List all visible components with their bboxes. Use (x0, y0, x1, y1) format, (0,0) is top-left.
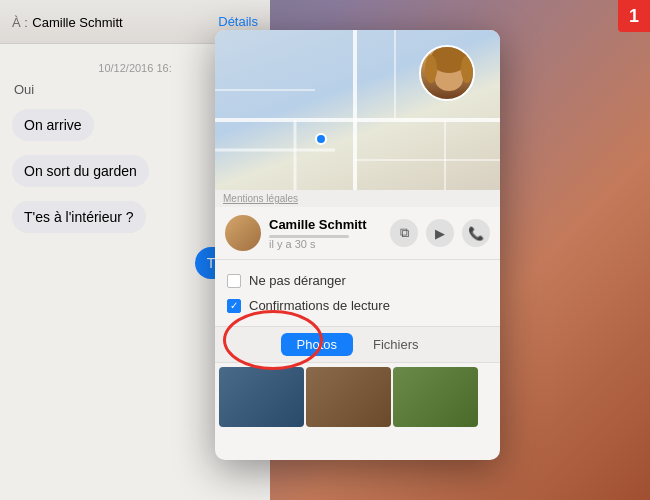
phone-btn[interactable]: 📞 (462, 219, 490, 247)
location-dot (315, 133, 327, 145)
details-link[interactable]: Détails (218, 14, 258, 29)
no-disturb-row: Ne pas déranger (227, 268, 488, 293)
tab-photos[interactable]: Photos (281, 333, 353, 356)
photo-thumb-3[interactable] (393, 367, 478, 427)
details-panel: Mentions légales Camille Schmitt il y a … (215, 30, 500, 460)
bubble-question: T'es à l'intérieur ? (12, 201, 146, 233)
map-area (215, 30, 500, 190)
contact-info: Camille Schmitt il y a 30 s (269, 217, 390, 250)
tab-fichiers[interactable]: Fichiers (357, 333, 435, 356)
contact-time: il y a 30 s (269, 238, 390, 250)
video-icon: ▶ (435, 226, 445, 241)
photo-thumb-1[interactable] (219, 367, 304, 427)
options-section: Ne pas déranger Confirmations de lecture (215, 260, 500, 326)
photos-bar: Photos Fichiers (215, 326, 500, 363)
bubble-on-sort: On sort du garden (12, 155, 149, 187)
to-label: À : (12, 15, 28, 30)
svg-point-11 (425, 55, 437, 83)
copy-icon: ⧉ (400, 225, 409, 241)
contact-avatar-large (419, 45, 475, 101)
legal-mentions-link[interactable]: Mentions légales (215, 190, 500, 207)
phone-icon: 📞 (468, 226, 484, 241)
recipient-name: Camille Schmitt (32, 15, 122, 30)
video-call-btn[interactable]: ▶ (426, 219, 454, 247)
no-disturb-checkbox[interactable] (227, 274, 241, 288)
to-field: À : Camille Schmitt (12, 13, 123, 31)
photos-grid (215, 363, 500, 427)
no-disturb-label: Ne pas déranger (249, 273, 346, 288)
contact-avatar-small (225, 215, 261, 251)
contact-row: Camille Schmitt il y a 30 s ⧉ ▶ 📞 (215, 207, 500, 260)
read-confirm-label: Confirmations de lecture (249, 298, 390, 313)
photo-thumb-2[interactable] (306, 367, 391, 427)
copy-icon-btn[interactable]: ⧉ (390, 219, 418, 247)
read-confirm-checkbox[interactable] (227, 299, 241, 313)
contact-name-label: Camille Schmitt (269, 217, 390, 232)
svg-point-12 (461, 55, 473, 83)
read-confirm-row: Confirmations de lecture (227, 293, 488, 318)
action-icons: ⧉ ▶ 📞 (390, 219, 490, 247)
bubble-on-arrive: On arrive (12, 109, 94, 141)
avatar-face (421, 47, 473, 99)
corner-badge: 1 (618, 0, 650, 32)
